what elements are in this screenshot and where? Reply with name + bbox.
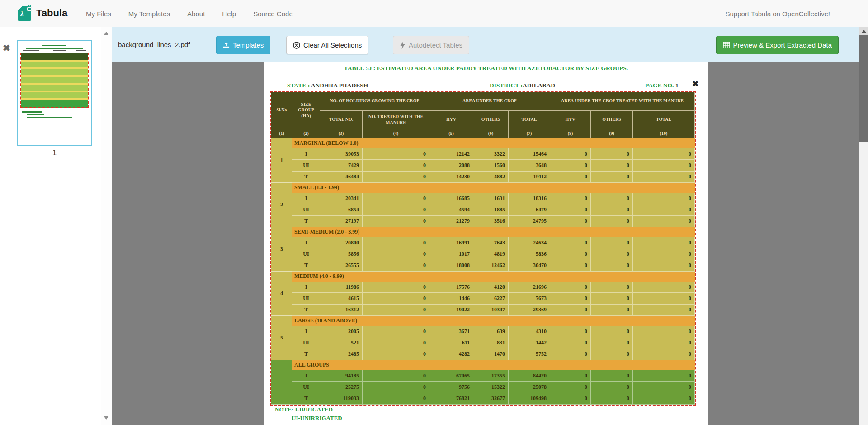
brand[interactable]: λ Tabula (18, 5, 67, 21)
pdf-note-line: UI-UNIRRIGATED (292, 415, 342, 422)
thumb-note-line (27, 114, 44, 115)
templates-button[interactable]: Templates (216, 36, 270, 54)
nav-item-source-code[interactable]: Source Code (253, 10, 293, 18)
scrollbar-thumb[interactable] (859, 35, 868, 142)
selection-close-button[interactable]: ✖ (692, 79, 698, 89)
templates-button-label: Templates (233, 41, 264, 49)
table-selection-box[interactable] (270, 91, 696, 406)
support-link[interactable]: Support Tabula on OpenCollective! (725, 0, 830, 27)
thumb-meta-line (23, 50, 39, 51)
upload-icon (223, 42, 230, 48)
thumbnail-page-number: 1 (17, 148, 92, 158)
navbar: λ Tabula My Files My Templates About Hel… (0, 0, 868, 27)
pdf-note-line: NOTE: I-IRRIGATED (275, 406, 333, 413)
page-sidebar: ✖ 1 (0, 27, 101, 425)
pdf-page: TABLE 5J : ESTIMATED AREA UNDER PADDY TR… (264, 62, 708, 425)
nav-menu: My Files My Templates About Help Source … (86, 0, 293, 27)
lightning-icon (400, 42, 406, 49)
thumb-note-line (27, 117, 72, 118)
main-scrollbar[interactable] (859, 27, 868, 425)
autodetect-tables-label: Autodetect Tables (409, 41, 462, 49)
preview-export-label: Preview & Export Extracted Data (733, 41, 832, 49)
scroll-up-icon[interactable] (104, 32, 109, 35)
pdf-table-title: TABLE 5J : ESTIMATED AREA UNDER PADDY TR… (264, 65, 708, 72)
thumb-meta-line (76, 50, 86, 51)
thumbnail-mini-table (21, 53, 88, 108)
preview-export-button[interactable]: Preview & Export Extracted Data (716, 36, 839, 54)
nav-item-my-files[interactable]: My Files (86, 10, 111, 18)
state-field: STATE : ANDHRA PRADESH (287, 82, 368, 89)
thumb-note-line (22, 111, 43, 113)
scroll-up-icon[interactable] (859, 27, 868, 35)
autodetect-tables-button[interactable]: Autodetect Tables (393, 36, 469, 54)
remove-page-icon[interactable]: ✖ (3, 43, 10, 53)
sidebar-scrollbar[interactable] (101, 27, 112, 425)
brand-title: Tabula (36, 7, 67, 19)
toolbar: background_lines_2.pdf Templates Clear A… (112, 27, 859, 62)
scroll-down-icon[interactable] (104, 416, 109, 420)
circle-x-icon (293, 42, 300, 49)
thumb-title-line (26, 48, 83, 49)
page-no-field: PAGE NO. 1 (645, 82, 679, 89)
nav-item-help[interactable]: Help (222, 10, 236, 18)
clear-all-selections-label: Clear All Selections (303, 41, 362, 49)
thumb-title-line (42, 45, 66, 46)
tabula-logo-icon: λ (18, 5, 32, 21)
document-filename: background_lines_2.pdf (118, 27, 190, 62)
document-viewport: TABLE 5J : ESTIMATED AREA UNDER PADDY TR… (112, 62, 859, 425)
nav-item-about[interactable]: About (187, 10, 205, 18)
clear-all-selections-button[interactable]: Clear All Selections (286, 36, 368, 54)
thumb-meta-line (53, 50, 66, 51)
main-pane: background_lines_2.pdf Templates Clear A… (112, 27, 859, 425)
page-thumbnail[interactable] (17, 40, 92, 146)
table-icon (723, 42, 730, 48)
nav-item-my-templates[interactable]: My Templates (128, 10, 170, 18)
district-field: DISTRICT :ADILABAD (490, 82, 555, 89)
